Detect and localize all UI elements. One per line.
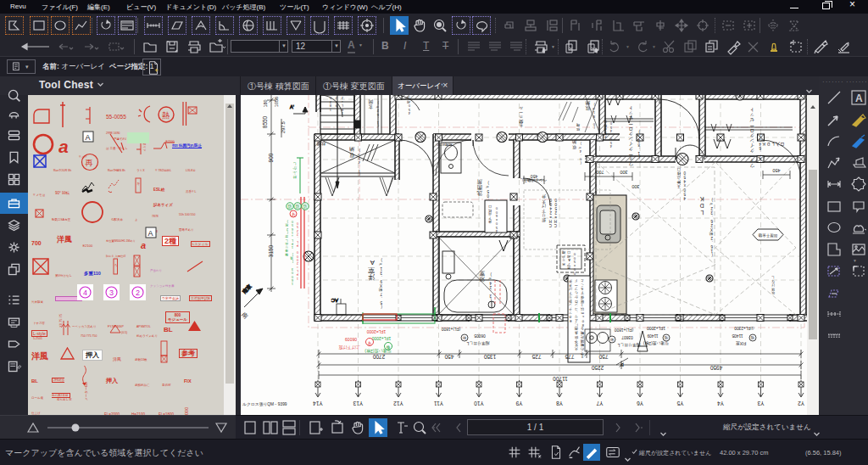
svg-text:180: 180 (263, 99, 268, 107)
svg-text:4950: 4950 (709, 365, 722, 371)
svg-text:Y9: Y9 (515, 401, 522, 406)
svg-text:450: 450 (531, 174, 538, 179)
svg-text:11405: 11405 (732, 333, 743, 338)
svg-text:1FL+2000: 1FL+2000 (371, 336, 391, 341)
svg-text:あ: あ (368, 340, 372, 346)
svg-text:引違い窓(2枚): 引違い窓(2枚) (364, 348, 392, 354)
svg-text:775: 775 (565, 354, 574, 360)
svg-text:B: B (620, 362, 624, 367)
svg-text:ロ入ＬＤＫ: ロ入ＬＤＫ (761, 142, 785, 147)
svg-text:1350: 1350 (483, 354, 496, 360)
svg-text:洗面所: 洗面所 (476, 179, 482, 197)
svg-text:3150: 3150 (268, 244, 274, 257)
svg-text:725: 725 (531, 354, 541, 360)
svg-text:吊り戸棚: 吊り戸棚 (562, 250, 565, 266)
svg-text:収納: 収納 (572, 140, 576, 150)
svg-text:浴室: 浴室 (479, 271, 485, 283)
svg-text:キ: キ (136, 182, 141, 186)
svg-text:枕棚: 枕棚 (317, 141, 326, 147)
svg-text:450: 450 (772, 168, 780, 173)
svg-text:Y4: Y4 (717, 401, 724, 406)
svg-text:2700: 2700 (372, 354, 385, 360)
svg-text:1FL+2000: 1FL+2000 (647, 326, 665, 330)
svg-text:玄関ホール: 玄関ホール (519, 106, 523, 127)
svg-text:天井点検口: 天井点検口 (604, 120, 607, 139)
svg-text:Y2: Y2 (798, 401, 804, 406)
svg-text:あ: あ (292, 211, 296, 217)
svg-text:(FL)+1800: (FL)+1800 (615, 328, 634, 332)
svg-text:Y14: Y14 (313, 401, 323, 406)
svg-text:循: 循 (463, 336, 467, 340)
svg-text:縮準り出しL: 縮準り出しL (617, 342, 640, 348)
svg-text:300: 300 (620, 170, 627, 175)
svg-text:防: 防 (288, 204, 292, 210)
svg-text:A: A (855, 92, 863, 104)
svg-text:A': A' (290, 104, 294, 109)
svg-text:Y6: Y6 (637, 401, 643, 406)
svg-text:AC: AC (331, 298, 338, 303)
svg-text:再: 再 (85, 159, 93, 167)
svg-text:Y5: Y5 (676, 401, 683, 406)
svg-text:11409: 11409 (647, 333, 658, 338)
svg-text:900: 900 (268, 153, 274, 162)
svg-text:Y10: Y10 (474, 401, 484, 406)
svg-text:上げ下げ窓: 上げ下げ窓 (338, 345, 359, 350)
svg-text:700: 700 (596, 170, 604, 175)
svg-text:引違い窓(2枚): 引違い窓(2枚) (643, 340, 669, 346)
svg-text:ウォークインクローゼット: ウォークインクローゼット (628, 106, 633, 167)
svg-text:防: 防 (303, 204, 308, 210)
svg-text:縮準り出しL: 縮準り出しL (466, 340, 489, 346)
svg-text:メーターBOX: メーターBOX (84, 382, 88, 401)
svg-text:1056: 1056 (274, 97, 279, 107)
svg-text:防: 防 (751, 335, 755, 340)
svg-text:ろ: ろ (114, 263, 118, 267)
svg-text:a: a (58, 137, 69, 156)
svg-text:8550: 8550 (262, 115, 268, 128)
svg-text:A: A (86, 133, 91, 142)
svg-text:枕棚W750: 枕棚W750 (436, 143, 453, 147)
svg-text:2: 2 (136, 289, 140, 297)
svg-text:FIX窓: FIX窓 (736, 341, 746, 346)
svg-text:450: 450 (444, 354, 453, 360)
svg-text:横滑り出し窓(2枚): 横滑り出し窓(2枚) (285, 220, 289, 257)
svg-text:03607: 03607 (621, 335, 633, 339)
svg-text:ベンド式物干し: ベンド式物干し (520, 177, 547, 183)
svg-text:1FL=2000: 1FL=2000 (366, 329, 386, 334)
svg-text:3: 3 (109, 289, 114, 297)
svg-text:(FL)+1800: (FL)+1800 (442, 327, 461, 331)
svg-text:玄関: 玄関 (368, 99, 373, 109)
svg-text:戸建て約7: 戸建て約7 (114, 137, 126, 141)
svg-text:297.5: 297.5 (281, 121, 286, 133)
svg-text:2250: 2250 (591, 365, 604, 371)
svg-text:部屋干金物: 部屋干金物 (758, 232, 777, 238)
svg-text:※キッチン折り下げ天井: ※キッチン折り下げ天井 (568, 279, 573, 323)
svg-text:750: 750 (598, 354, 608, 360)
svg-text:吹抜けなし: 吹抜けなし (771, 276, 775, 295)
svg-text:Y8: Y8 (556, 401, 563, 406)
svg-text:06005: 06005 (474, 333, 486, 338)
svg-text:循: 循 (610, 338, 615, 342)
svg-text:11700: 11700 (553, 376, 568, 382)
svg-text:天井点検口: 天井点検口 (676, 167, 682, 188)
svg-text:4: 4 (83, 289, 87, 297)
svg-text:300: 300 (632, 184, 639, 189)
svg-text:Y11: Y11 (434, 401, 443, 406)
svg-text:ウォークインクローゼット: ウォークインクローゼット (749, 108, 754, 169)
svg-text:①FL+2300: ①FL+2300 (734, 326, 754, 330)
svg-text:06009: 06009 (345, 337, 357, 342)
svg-text:収納: 収納 (349, 147, 355, 158)
svg-text:Y7: Y7 (596, 401, 603, 406)
svg-text:枕棚: 枕棚 (576, 123, 581, 132)
svg-text:防: 防 (296, 204, 300, 210)
svg-text:Y12: Y12 (393, 401, 403, 406)
svg-text:桂ふかし: 桂ふかし (292, 162, 298, 179)
svg-text:A: A (148, 229, 153, 238)
svg-text:ＬＤＫ: ＬＤＫ (699, 195, 706, 216)
svg-text:防: 防 (665, 335, 669, 340)
svg-text:熱: 熱 (162, 111, 170, 120)
svg-text:床下点検口: 床下点検口 (488, 204, 492, 224)
svg-text:Y3: Y3 (757, 401, 764, 406)
svg-text:Y13: Y13 (353, 401, 363, 406)
svg-text:火災予防条例により、コンロからフード: 火災予防条例により、コンロからフード (574, 279, 579, 351)
